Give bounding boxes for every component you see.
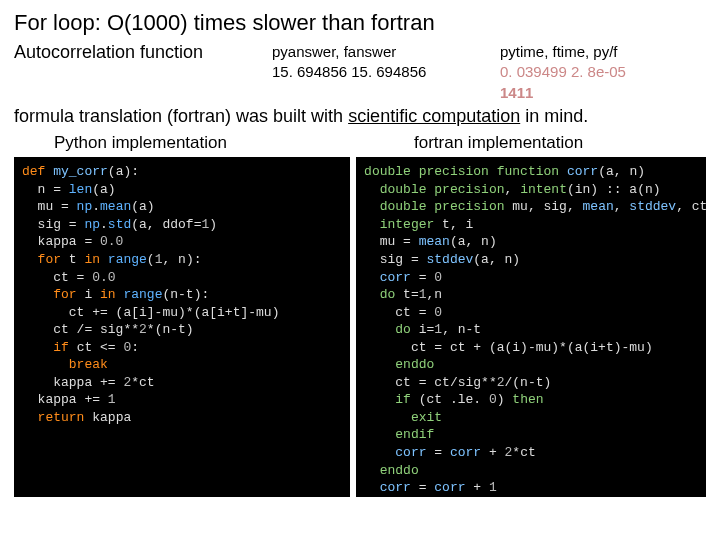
header-row: Autocorrelation function pyanswer, fansw… (14, 42, 706, 103)
label-python: Python implementation (14, 133, 374, 153)
timing-header: pytime, ftime, py/f (500, 42, 706, 62)
subtitle: Autocorrelation function (14, 42, 244, 103)
answers-header: pyanswer, fanswer (272, 42, 482, 62)
timing-ratio: 1411 (500, 83, 706, 103)
code-labels: Python implementation fortran implementa… (14, 133, 706, 153)
slide-title: For loop: O(1000) times slower than fort… (14, 10, 706, 36)
sentence-link: scientific computation (348, 106, 520, 126)
sentence-part2: in mind. (520, 106, 588, 126)
fortran-code: double precision function corr(a, n) dou… (356, 157, 706, 497)
timing-values: 0. 039499 2. 8e-05 (500, 62, 706, 82)
timing-block: pytime, ftime, py/f 0. 039499 2. 8e-05 1… (500, 42, 706, 103)
sentence-part1: formula translation (fortran) was built … (14, 106, 348, 126)
code-row: def my_corr(a): n = len(a) mu = np.mean(… (14, 157, 706, 497)
answers-block: pyanswer, fanswer 15. 694856 15. 694856 (262, 42, 482, 103)
answers-values: 15. 694856 15. 694856 (272, 62, 482, 82)
python-code: def my_corr(a): n = len(a) mu = np.mean(… (14, 157, 350, 497)
sentence: formula translation (fortran) was built … (14, 105, 706, 128)
label-fortran: fortran implementation (374, 133, 706, 153)
